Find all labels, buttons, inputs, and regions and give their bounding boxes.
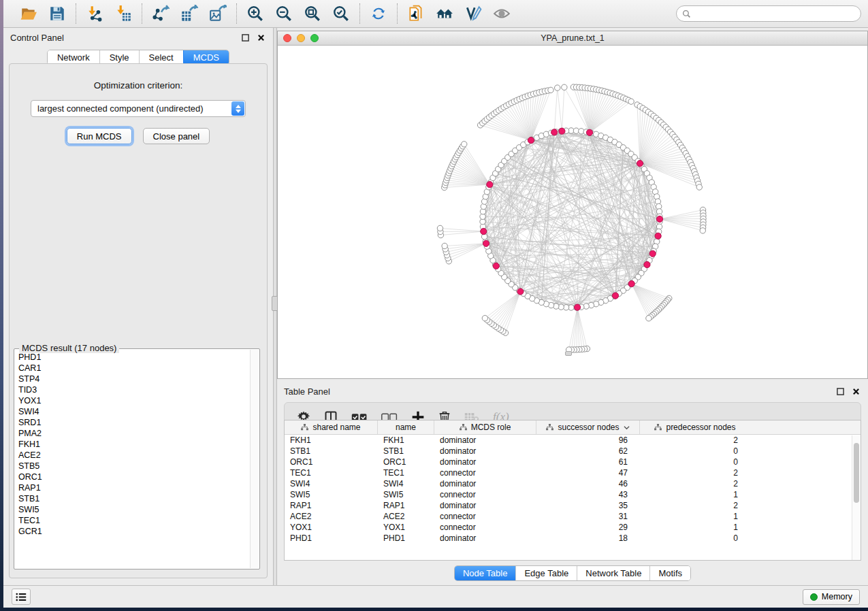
tab-node-table[interactable]: Node Table: [455, 566, 516, 580]
graph-node[interactable]: [555, 85, 560, 90]
mcds-result-item[interactable]: RAP1: [18, 482, 259, 493]
graph-node[interactable]: [548, 87, 553, 93]
graph-hub-node[interactable]: [655, 233, 661, 239]
mcds-result-item[interactable]: SWI5: [18, 504, 259, 515]
graph-node[interactable]: [562, 84, 567, 90]
graph-hub-node[interactable]: [493, 263, 499, 269]
eye-icon[interactable]: [492, 3, 512, 24]
mcds-result-list[interactable]: PHD1CAR1STP4TID3YOX1SWI4SRD1PMA2FKH1ACE2…: [14, 348, 260, 569]
graph-hub-node[interactable]: [612, 293, 618, 299]
graph-node[interactable]: [700, 228, 705, 233]
mcds-result-item[interactable]: STB5: [18, 461, 259, 472]
graph-hub-node[interactable]: [637, 161, 643, 167]
search-text-field[interactable]: [694, 9, 855, 18]
close-panel-button[interactable]: Close panel: [143, 128, 210, 144]
open-session-icon[interactable]: [18, 3, 39, 24]
column-header-MCDS-role[interactable]: MCDS role: [434, 420, 536, 434]
tab-network[interactable]: Network: [48, 50, 99, 65]
table-row[interactable]: FKH1FKH1dominator962: [285, 435, 861, 446]
table-row[interactable]: STB1STB1dominator620: [285, 446, 861, 457]
graph-node[interactable]: [696, 184, 702, 190]
tab-style[interactable]: Style: [99, 50, 139, 65]
table-scrollbar-thumb[interactable]: [854, 443, 859, 503]
network-graph[interactable]: [278, 46, 867, 378]
export-table-icon[interactable]: [179, 3, 199, 24]
graph-hub-node[interactable]: [628, 280, 634, 286]
mcds-result-item[interactable]: CAR1: [18, 363, 259, 374]
table-row[interactable]: RAP1RAP1dominator352: [285, 500, 861, 511]
close-panel-icon[interactable]: [255, 32, 266, 43]
run-mcds-button[interactable]: Run MCDS: [67, 128, 132, 144]
float-panel-icon[interactable]: [240, 32, 251, 43]
export-image-icon[interactable]: [208, 3, 228, 24]
table-row[interactable]: ACE2ACE2connector311: [285, 511, 861, 522]
memory-button[interactable]: Memory: [803, 589, 860, 605]
zoom-in-icon[interactable]: [245, 3, 266, 24]
import-network-icon[interactable]: [84, 3, 105, 24]
network-titlebar[interactable]: YPA_prune.txt_1: [278, 31, 867, 46]
zoom-out-icon[interactable]: [274, 3, 294, 24]
graph-hub-node[interactable]: [649, 250, 656, 257]
graph-hub-node[interactable]: [481, 228, 487, 234]
refresh-icon[interactable]: [368, 3, 389, 24]
table-scrollbar[interactable]: [852, 435, 861, 560]
mcds-result-item[interactable]: SWI4: [18, 406, 259, 417]
mcds-result-item[interactable]: TID3: [18, 384, 259, 395]
import-table-icon[interactable]: [113, 3, 133, 24]
close-panel-icon[interactable]: [850, 386, 861, 397]
column-header-name[interactable]: name: [378, 420, 434, 434]
graph-node[interactable]: [646, 316, 652, 321]
graph-hub-node[interactable]: [574, 304, 580, 310]
column-header-successor-nodes[interactable]: successor nodes: [536, 420, 640, 434]
graph-hub-node[interactable]: [656, 216, 662, 222]
criterion-select[interactable]: largest connected component (undirected): [31, 100, 246, 117]
vizmapper-icon[interactable]: [463, 3, 483, 24]
save-session-icon[interactable]: [47, 3, 67, 24]
graph-hub-node[interactable]: [528, 137, 534, 144]
table-row[interactable]: TEC1TEC1connector472: [285, 467, 861, 478]
tab-mcds[interactable]: MCDS: [183, 50, 229, 65]
graph-node[interactable]: [462, 142, 467, 147]
tab-motifs[interactable]: Motifs: [649, 566, 690, 580]
graph-hub-node[interactable]: [559, 128, 565, 134]
network-canvas[interactable]: [278, 46, 867, 378]
graph-hub-node[interactable]: [644, 261, 650, 267]
mcds-result-item[interactable]: YOX1: [18, 395, 259, 406]
table-row[interactable]: ORC1ORC1dominator610: [285, 457, 861, 467]
graph-hub-node[interactable]: [487, 182, 493, 188]
graph-node[interactable]: [437, 225, 443, 231]
node-table[interactable]: shared namenameMCDS rolesuccessor nodesp…: [284, 420, 861, 561]
mcds-result-item[interactable]: TEC1: [18, 515, 259, 526]
mcds-result-item[interactable]: STB1: [18, 493, 259, 504]
graph-node[interactable]: [442, 243, 447, 248]
table-row[interactable]: SWI4SWI4dominator462: [285, 478, 861, 489]
tab-network-table[interactable]: Network Table: [577, 566, 649, 580]
mcds-result-item[interactable]: PHD1: [18, 352, 259, 363]
table-row[interactable]: SWI5SWI5connector431: [285, 489, 861, 500]
new-network-icon[interactable]: [406, 3, 426, 24]
column-header-shared-name[interactable]: shared name: [285, 420, 378, 434]
mcds-result-item[interactable]: PMA2: [18, 428, 259, 439]
horizontal-splitter-grip[interactable]: [565, 351, 572, 356]
zoom-fit-icon[interactable]: [302, 3, 323, 24]
export-network-icon[interactable]: [150, 3, 171, 24]
home-icon[interactable]: [434, 3, 455, 24]
tab-select[interactable]: Select: [139, 50, 183, 65]
mcds-result-item[interactable]: ORC1: [18, 472, 259, 482]
column-header-predecessor-nodes[interactable]: predecessor nodes: [640, 420, 750, 434]
result-scrollbar[interactable]: [250, 350, 259, 568]
table-row[interactable]: PHD1PHD1dominator180: [285, 533, 861, 544]
zoom-selected-icon[interactable]: [331, 3, 351, 24]
mcds-result-item[interactable]: SRD1: [18, 417, 259, 428]
graph-hub-node[interactable]: [483, 240, 489, 246]
graph-hub-node[interactable]: [586, 129, 592, 135]
graph-hub-node[interactable]: [517, 288, 524, 295]
tab-edge-table[interactable]: Edge Table: [515, 566, 577, 580]
mcds-result-item[interactable]: STP4: [18, 374, 259, 384]
graph-node[interactable]: [628, 99, 634, 104]
mcds-result-item[interactable]: GCR1: [18, 526, 259, 537]
graph-hub-node[interactable]: [551, 129, 558, 135]
mcds-result-item[interactable]: ACE2: [18, 450, 259, 461]
task-history-button[interactable]: [12, 589, 31, 605]
search-input[interactable]: [676, 5, 861, 22]
